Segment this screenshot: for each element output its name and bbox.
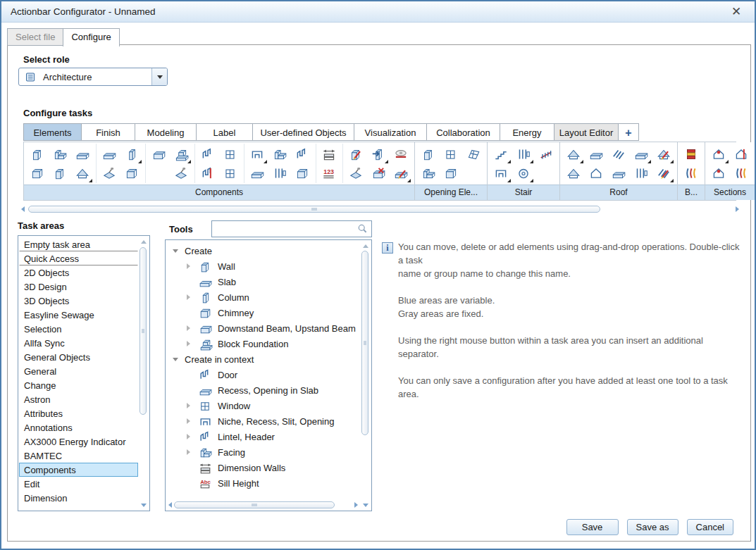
opening-element-icon[interactable] bbox=[442, 163, 460, 182]
toolbar-hscrollbar[interactable] bbox=[20, 205, 740, 213]
spiral-stair-icon[interactable] bbox=[514, 163, 533, 182]
delete-component-icon[interactable] bbox=[369, 163, 388, 182]
scroll-down-icon[interactable] bbox=[139, 501, 148, 509]
column-icon[interactable] bbox=[123, 144, 141, 163]
scroll-right-icon[interactable] bbox=[734, 206, 740, 213]
tree-item-column[interactable]: Column bbox=[167, 289, 359, 305]
task-tab-user-defined-objects[interactable]: User-defined Objects bbox=[252, 123, 354, 141]
expand-arrow-icon[interactable] bbox=[187, 403, 190, 408]
task-area-item-selection[interactable]: Selection bbox=[19, 322, 138, 336]
door-swing-icon[interactable] bbox=[199, 163, 217, 182]
toolbar-group-label[interactable]: Opening Ele... bbox=[415, 185, 487, 200]
wall-icon[interactable] bbox=[28, 144, 47, 163]
task-area-item-edit[interactable]: Edit bbox=[19, 477, 138, 491]
tab-configure[interactable]: Configure bbox=[63, 28, 119, 46]
expand-arrow-icon[interactable] bbox=[187, 325, 190, 331]
modify-covering-icon[interactable] bbox=[655, 163, 673, 182]
expand-arrow-icon[interactable] bbox=[187, 449, 190, 455]
task-area-item-bamtec[interactable]: BAMTEC bbox=[19, 449, 138, 463]
task-area-item-empty-task-area[interactable]: Empty task area bbox=[19, 237, 138, 251]
roof-frame-icon[interactable] bbox=[564, 144, 583, 163]
wall-component-icon[interactable] bbox=[51, 163, 69, 182]
roof-structure-icon[interactable] bbox=[564, 163, 583, 182]
tree-item-recess-opening-in-slab[interactable]: Recess, Opening in Slab bbox=[167, 382, 359, 398]
task-tab-collaboration[interactable]: Collaboration bbox=[426, 123, 500, 141]
stair-wizard-icon[interactable] bbox=[492, 144, 510, 163]
lintel-icon[interactable] bbox=[293, 144, 311, 163]
shutter-icon[interactable] bbox=[419, 163, 438, 182]
straight-stair-icon[interactable] bbox=[514, 144, 533, 163]
task-tab-energy[interactable]: Energy bbox=[500, 123, 554, 141]
door-icon[interactable] bbox=[199, 144, 217, 163]
tree-item-sill-height[interactable]: AbcSill Height bbox=[167, 475, 359, 491]
task-tab-finish[interactable]: Finish bbox=[81, 123, 135, 141]
curtain-wall-icon[interactable] bbox=[464, 144, 483, 163]
brick-bond-icon[interactable] bbox=[682, 144, 700, 163]
tree-item-block-foundation[interactable]: Block Foundation bbox=[167, 336, 359, 351]
tree-item-window[interactable]: Window bbox=[167, 398, 359, 413]
double-wall-icon[interactable] bbox=[28, 163, 47, 182]
search-icon[interactable] bbox=[357, 223, 368, 235]
task-areas-vscrollbar[interactable] bbox=[139, 237, 148, 509]
task-tab-layout-editor[interactable]: Layout Editor bbox=[554, 123, 619, 141]
task-area-item-attributes[interactable]: Attributes bbox=[19, 406, 138, 420]
modify-wall-icon[interactable] bbox=[347, 144, 365, 163]
scroll-down-icon[interactable] bbox=[361, 501, 370, 509]
expand-arrow-icon[interactable] bbox=[187, 263, 190, 269]
collapse-arrow-icon[interactable] bbox=[173, 249, 178, 253]
recess-icon[interactable] bbox=[248, 163, 266, 182]
task-area-item-allfa-sync[interactable]: Allfa Sync bbox=[19, 336, 138, 350]
add-task-tab-button[interactable]: + bbox=[618, 123, 639, 141]
toolbar-group-label[interactable]: B... bbox=[678, 185, 705, 200]
task-area-item-easyline-sewage[interactable]: Easyline Sewage bbox=[19, 308, 138, 322]
tools-hscroll-track[interactable] bbox=[174, 501, 352, 509]
collapse-arrow-icon[interactable] bbox=[173, 358, 178, 361]
stair-plan-icon[interactable] bbox=[492, 163, 510, 182]
plaster-icon[interactable] bbox=[347, 163, 365, 182]
tree-item-wall[interactable]: Wall bbox=[167, 258, 359, 274]
task-area-item-astron[interactable]: Astron bbox=[19, 392, 138, 406]
inclined-wall-icon[interactable] bbox=[73, 144, 92, 163]
cancel-button[interactable]: Cancel bbox=[687, 519, 733, 535]
close-icon[interactable]: ✕ bbox=[727, 3, 745, 21]
section-line-icon[interactable] bbox=[732, 144, 750, 163]
clipping-path-icon[interactable] bbox=[732, 163, 750, 182]
toolbar-hscroll-track[interactable] bbox=[27, 206, 733, 213]
toolbar-hscroll-thumb[interactable] bbox=[28, 206, 600, 213]
task-area-item-3d-design[interactable]: 3D Design bbox=[19, 280, 138, 294]
task-area-item-ax3000-energy-indicator[interactable]: AX3000 Energy Indicator bbox=[19, 435, 138, 449]
roof-covering-icon[interactable] bbox=[587, 144, 605, 163]
modify-roof-icon[interactable] bbox=[655, 144, 673, 163]
window-design-icon[interactable] bbox=[442, 144, 460, 163]
task-area-item-2d-objects[interactable]: 2D Objects bbox=[19, 265, 138, 280]
tree-item-facing[interactable]: Facing bbox=[167, 444, 359, 460]
slab-recess-icon[interactable] bbox=[100, 163, 118, 182]
tools-hscrollbar[interactable] bbox=[167, 501, 359, 509]
window-icon[interactable] bbox=[221, 144, 240, 163]
task-area-item-components[interactable]: Components bbox=[19, 463, 138, 477]
dormer-icon[interactable] bbox=[587, 163, 605, 182]
expand-arrow-icon[interactable] bbox=[187, 341, 190, 346]
task-tab-modeling[interactable]: Modeling bbox=[135, 123, 197, 141]
tree-item-dimension-walls[interactable]: Dimension Walls bbox=[167, 460, 359, 475]
task-area-item-dimension[interactable]: Dimension bbox=[19, 491, 138, 505]
niche-icon[interactable] bbox=[248, 144, 266, 163]
smart-opening-icon[interactable] bbox=[293, 163, 311, 182]
foundation-icon[interactable] bbox=[172, 144, 190, 163]
role-dropdown[interactable]: Architecture bbox=[18, 68, 168, 86]
task-area-item-3d-objects[interactable]: 3D Objects bbox=[19, 294, 138, 308]
downstand-beam-icon[interactable] bbox=[149, 144, 168, 163]
roof-tiles-icon[interactable] bbox=[609, 144, 628, 163]
modify-surface-icon[interactable] bbox=[392, 163, 410, 182]
tree-item-door[interactable]: Door bbox=[167, 367, 359, 382]
gable-wall-icon[interactable] bbox=[73, 163, 92, 182]
expand-arrow-icon[interactable] bbox=[187, 418, 190, 424]
profile-wall-icon[interactable] bbox=[51, 144, 69, 163]
task-tab-elements[interactable]: Elements bbox=[23, 123, 82, 141]
dimension-walls-icon[interactable] bbox=[320, 144, 338, 163]
scroll-right-icon[interactable] bbox=[353, 501, 359, 508]
block-icon[interactable] bbox=[123, 163, 141, 182]
task-area-item-change[interactable]: Change bbox=[19, 378, 138, 392]
tree-item-chimney[interactable]: Chimney bbox=[167, 305, 359, 320]
battens-icon[interactable] bbox=[632, 163, 650, 182]
